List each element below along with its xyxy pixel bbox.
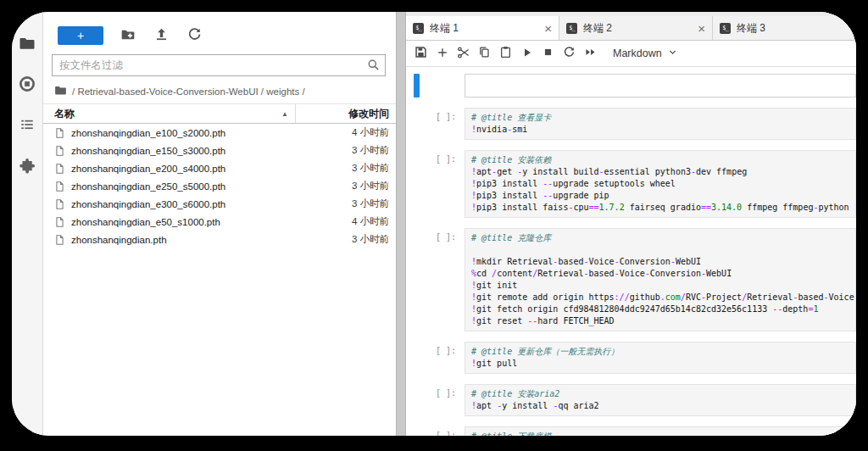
code-line: !apt-get -y install build-essential pyth…	[471, 166, 849, 178]
cell-prompt: [ ]:	[414, 228, 465, 331]
cut-cells-button[interactable]	[453, 42, 474, 64]
file-browser-tab[interactable]	[18, 34, 36, 53]
column-header-modified[interactable]: 修改时间	[296, 107, 396, 121]
table-row[interactable]: zhonshanqingdian_e250_s5000.pth3 小时前	[43, 177, 396, 195]
tab-terminal-3[interactable]: $_终端 3×	[713, 16, 856, 40]
file-modified-time: 3 小时前	[352, 198, 396, 210]
cell-editor[interactable]: # @title 下载底模	[465, 426, 856, 436]
notebook-cell[interactable]: [ ]:# @title 克隆仓库 !mkdir Retrieval-based…	[414, 228, 856, 331]
fast-forward-icon	[584, 46, 597, 61]
cell-prompt: [ ]:	[414, 150, 465, 218]
code-line: %cd /content/Retrieval-based-Voice-Conve…	[471, 268, 849, 280]
running-sessions-tab[interactable]	[18, 75, 36, 93]
file-name: zhonshanqingdian_e250_s5000.pth	[71, 181, 225, 192]
cell-prompt: [ ]:	[414, 384, 465, 416]
table-of-contents-tab[interactable]	[18, 115, 36, 134]
file-filter-input[interactable]	[52, 54, 386, 76]
file-name: zhonshanqingdian_e50_s1000.pth	[71, 217, 220, 227]
refresh-icon	[187, 27, 202, 44]
file-icon	[54, 216, 65, 228]
running-sessions-icon	[19, 75, 36, 92]
scissors-icon	[457, 46, 470, 62]
save-button[interactable]	[410, 42, 431, 64]
file-icon	[54, 163, 65, 175]
cell-editor[interactable]: # @title 安装依赖!apt-get -y install build-e…	[465, 150, 856, 218]
notebook-cells: [ ]:# @title 查看显卡!nvidia-smi[ ]:# @title…	[406, 67, 856, 436]
file-icon	[54, 198, 65, 210]
code-line: # @title 查看显卡	[471, 112, 849, 124]
table-row[interactable]: zhonshanqingdian.pth3 小时前	[43, 231, 396, 248]
upload-icon	[154, 27, 169, 44]
code-line: !pip3 install faiss-cpu==1.7.2 fairseq g…	[471, 202, 849, 214]
code-line: !git fetch origin cfd984812804ddc9247d65…	[471, 303, 849, 315]
code-line: !mkdir Retrieval-based-Voice-Conversion-…	[471, 256, 849, 268]
code-line: # @title 更新仓库（一般无需执行）	[471, 346, 849, 358]
file-filter	[52, 54, 386, 76]
table-row[interactable]: zhonshanqingdian_e100_s2000.pth4 小时前	[43, 124, 396, 142]
add-cell-button[interactable]	[431, 42, 453, 64]
notebook-cell[interactable]: [ ]:# @title 查看显卡!nvidia-smi	[414, 108, 856, 140]
restart-kernel-button[interactable]	[559, 42, 580, 64]
code-line: !apt -y install -qq aria2	[471, 400, 849, 412]
column-header-name[interactable]: 名称 ▲	[43, 104, 296, 123]
jupyterlab-window: +	[12, 12, 856, 436]
file-table-header: 名称 ▲ 修改时间	[43, 103, 396, 124]
new-launcher-button[interactable]: +	[58, 26, 103, 45]
breadcrumb[interactable]: / Retrieval-based-Voice-Conversion-WebUI…	[43, 76, 396, 103]
code-line: # @title 安装依赖	[471, 154, 849, 166]
extensions-tab[interactable]	[18, 156, 36, 175]
cell-editor[interactable]: # @title 查看显卡!nvidia-smi	[465, 108, 856, 140]
close-icon[interactable]: ×	[698, 22, 705, 35]
cell-editor[interactable]: # @title 更新仓库（一般无需执行）!git pull	[465, 342, 856, 374]
notebook-cell[interactable]	[414, 74, 856, 97]
close-icon[interactable]: ×	[544, 22, 552, 35]
chevron-down-icon	[668, 47, 677, 59]
paste-cells-button[interactable]	[495, 42, 516, 64]
run-cell-button[interactable]	[516, 42, 537, 64]
code-line: !git pull	[471, 358, 849, 370]
folder-icon	[19, 35, 36, 52]
interrupt-kernel-button[interactable]	[537, 42, 559, 64]
new-folder-button[interactable]	[120, 27, 136, 44]
cell-type-dropdown[interactable]: Markdown	[613, 47, 677, 59]
copy-icon	[478, 46, 491, 61]
sort-ascending-icon[interactable]: ▲	[281, 110, 288, 118]
panel-splitter[interactable]	[396, 12, 406, 436]
cell-editor[interactable]: # @title 克隆仓库 !mkdir Retrieval-based-Voi…	[465, 228, 856, 331]
notebook-cell[interactable]: [ ]:# @title 安装依赖!apt-get -y install bui…	[414, 150, 856, 218]
plus-icon	[437, 47, 448, 61]
cell-editor[interactable]: # @title 安装aria2!apt -y install -qq aria…	[465, 384, 856, 416]
restart-run-all-button[interactable]	[580, 42, 601, 64]
file-icon	[54, 145, 65, 157]
tab-terminal-1[interactable]: $_终端 1×	[406, 16, 559, 40]
tab-label: 终端 3	[737, 21, 765, 36]
tab-terminal-2[interactable]: $_终端 2×	[559, 16, 713, 40]
terminal-icon: $_	[566, 23, 577, 34]
terminal-icon: $_	[413, 23, 424, 34]
notebook-cell[interactable]: [ ]:# @title 下载底模	[414, 426, 856, 436]
file-modified-time: 3 小时前	[352, 162, 396, 175]
tab-label: 终端 1	[430, 21, 459, 36]
file-browser-panel: +	[43, 12, 396, 436]
cell-editor[interactable]	[465, 74, 856, 97]
table-row[interactable]: zhonshanqingdian_e200_s4000.pth3 小时前	[43, 159, 396, 177]
folder-icon	[54, 84, 67, 98]
table-row[interactable]: zhonshanqingdian_e300_s6000.pth3 小时前	[43, 195, 396, 213]
cell-prompt: [ ]:	[414, 426, 465, 436]
file-name: zhonshanqingdian_e150_s3000.pth	[71, 146, 225, 156]
file-icon	[54, 127, 65, 139]
copy-cells-button[interactable]	[474, 42, 495, 64]
breadcrumb-path: / Retrieval-based-Voice-Conversion-WebUI…	[72, 86, 305, 97]
notebook-cell[interactable]: [ ]:# @title 更新仓库（一般无需执行）!git pull	[414, 342, 856, 374]
code-line: !nvidia-smi	[471, 124, 849, 136]
notebook-cell[interactable]: [ ]:# @title 安装aria2!apt -y install -qq …	[414, 384, 856, 416]
code-line: !git reset --hard FETCH_HEAD	[471, 315, 849, 327]
refresh-button[interactable]	[186, 27, 203, 44]
selected-cell-indicator	[414, 74, 420, 97]
new-folder-icon	[120, 27, 136, 45]
close-icon[interactable]: ×	[851, 22, 856, 35]
code-line	[471, 244, 849, 256]
upload-button[interactable]	[153, 27, 170, 44]
table-row[interactable]: zhonshanqingdian_e50_s1000.pth4 小时前	[43, 213, 396, 231]
table-row[interactable]: zhonshanqingdian_e150_s3000.pth3 小时前	[43, 142, 396, 159]
